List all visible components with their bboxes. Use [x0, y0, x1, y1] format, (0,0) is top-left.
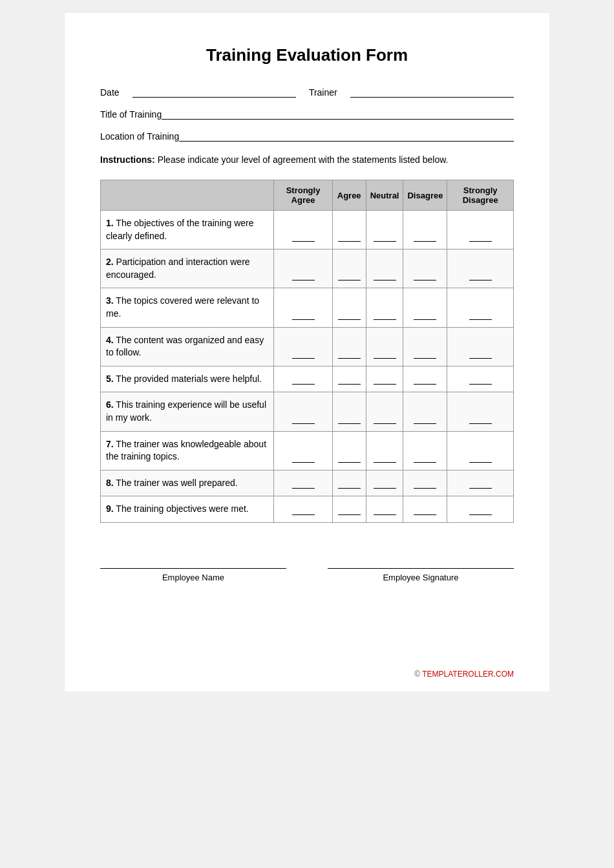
date-input-line[interactable] — [132, 85, 296, 98]
answer-cell[interactable] — [403, 249, 447, 288]
answer-cell[interactable] — [366, 470, 403, 496]
answer-line — [414, 505, 436, 515]
answer-cell[interactable] — [366, 249, 403, 288]
answer-cell[interactable] — [332, 288, 366, 327]
table-row: 4. The content was organized and easy to… — [101, 327, 514, 366]
answer-line — [374, 348, 396, 359]
answer-line — [292, 310, 315, 320]
title-of-training-label: Title of Training — [100, 109, 162, 120]
answer-cell[interactable] — [332, 211, 366, 249]
answer-line — [414, 348, 436, 359]
answer-cell[interactable] — [403, 470, 447, 496]
answer-cell[interactable] — [332, 470, 366, 496]
answer-cell[interactable] — [274, 392, 332, 431]
answer-line — [374, 414, 396, 424]
answer-cell[interactable] — [274, 366, 332, 392]
answer-line — [292, 505, 315, 515]
title-input-line[interactable] — [162, 107, 514, 120]
answer-cell[interactable] — [332, 392, 366, 431]
answer-line — [469, 231, 492, 242]
employee-name-block: Employee Name — [100, 568, 286, 582]
answer-cell[interactable] — [403, 366, 447, 392]
answer-cell[interactable] — [366, 288, 403, 327]
answer-cell[interactable] — [274, 470, 332, 496]
header-strongly-disagree: Strongly Disagree — [447, 180, 514, 211]
answer-line — [374, 310, 396, 320]
answer-line — [469, 505, 492, 515]
answer-line — [414, 478, 436, 489]
trainer-input-line[interactable] — [350, 85, 514, 98]
statement-cell: 7. The trainer was knowledgeable about t… — [101, 431, 274, 470]
footer-link[interactable]: TEMPLATEROLLER.COM — [422, 670, 514, 679]
date-label: Date — [100, 87, 120, 98]
answer-cell[interactable] — [447, 366, 514, 392]
title-row: Title of Training — [100, 107, 514, 120]
answer-cell[interactable] — [403, 327, 447, 366]
location-input-line[interactable] — [179, 129, 514, 142]
answer-line — [414, 270, 436, 281]
answer-cell[interactable] — [274, 431, 332, 470]
instructions-bold: Instructions: — [100, 154, 155, 165]
answer-line — [469, 270, 492, 281]
header-statement — [101, 180, 274, 211]
answer-cell[interactable] — [403, 288, 447, 327]
employee-signature-line[interactable] — [328, 568, 514, 569]
answer-cell[interactable] — [366, 392, 403, 431]
answer-cell[interactable] — [332, 366, 366, 392]
answer-line — [338, 478, 361, 489]
answer-cell[interactable] — [366, 366, 403, 392]
footer-copyright: © — [414, 670, 422, 679]
statement-cell: 2. Participation and interaction were en… — [101, 249, 274, 288]
answer-cell[interactable] — [447, 392, 514, 431]
answer-cell[interactable] — [403, 431, 447, 470]
answer-line — [338, 414, 361, 424]
statement-cell: 1. The objectives of the training were c… — [101, 211, 274, 249]
answer-line — [469, 414, 492, 424]
header-neutral: Neutral — [366, 180, 403, 211]
footer: © TEMPLATEROLLER.COM — [414, 670, 514, 679]
table-row: 9. The training objectives were met. — [101, 496, 514, 523]
statement-cell: 5. The provided materials were helpful. — [101, 366, 274, 392]
answer-cell[interactable] — [332, 496, 366, 523]
answer-cell[interactable] — [403, 392, 447, 431]
answer-line — [414, 452, 436, 463]
answer-cell[interactable] — [332, 249, 366, 288]
table-row: 7. The trainer was knowledgeable about t… — [101, 431, 514, 470]
answer-line — [374, 270, 396, 281]
answer-line — [414, 374, 436, 385]
location-row: Location of Training — [100, 129, 514, 142]
answer-cell[interactable] — [332, 431, 366, 470]
answer-cell[interactable] — [447, 431, 514, 470]
answer-cell[interactable] — [447, 211, 514, 249]
answer-cell[interactable] — [403, 211, 447, 249]
answer-cell[interactable] — [274, 496, 332, 523]
answer-cell[interactable] — [447, 249, 514, 288]
answer-cell[interactable] — [332, 327, 366, 366]
answer-cell[interactable] — [366, 496, 403, 523]
answer-line — [414, 231, 436, 242]
statement-cell: 6. This training experience will be usef… — [101, 392, 274, 431]
answer-cell[interactable] — [447, 327, 514, 366]
table-row: 6. This training experience will be usef… — [101, 392, 514, 431]
employee-signature-block: Employee Signature — [328, 568, 514, 582]
answer-line — [292, 374, 315, 385]
answer-cell[interactable] — [366, 327, 403, 366]
answer-cell[interactable] — [447, 470, 514, 496]
answer-cell[interactable] — [447, 288, 514, 327]
answer-line — [469, 478, 492, 489]
statement-cell: 4. The content was organized and easy to… — [101, 327, 274, 366]
answer-cell[interactable] — [447, 496, 514, 523]
answer-cell[interactable] — [403, 496, 447, 523]
answer-cell[interactable] — [366, 431, 403, 470]
header-agree: Agree — [332, 180, 366, 211]
answer-line — [292, 348, 315, 359]
page-container: Training Evaluation Form Date Trainer Ti… — [65, 13, 549, 692]
answer-cell[interactable] — [366, 211, 403, 249]
answer-cell[interactable] — [274, 327, 332, 366]
employee-name-line[interactable] — [100, 568, 286, 569]
answer-cell[interactable] — [274, 249, 332, 288]
answer-cell[interactable] — [274, 288, 332, 327]
answer-line — [338, 348, 361, 359]
answer-cell[interactable] — [274, 211, 332, 249]
answer-line — [414, 310, 436, 320]
